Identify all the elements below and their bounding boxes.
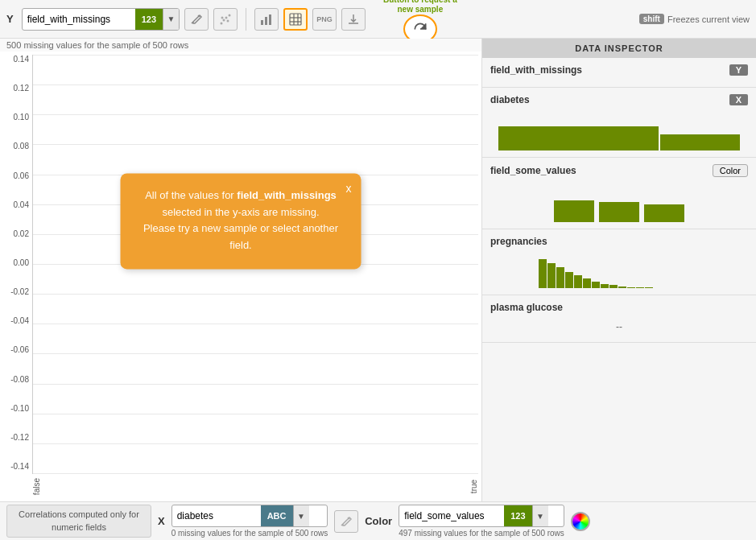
inspector-field-pregnancies: pregnancies [482,229,756,295]
y-axis-label: Y [6,13,14,25]
x-tag: X [729,94,748,105]
color-field-section: 123 ▼ 497 missing values for the sample … [399,505,564,538]
svg-rect-8 [269,14,271,25]
inspector-field-diabetes: diabetes X [482,88,756,158]
color-field-input[interactable] [399,509,504,523]
chart-area: 500 missing values for the sample of 500… [0,39,482,501]
svg-point-5 [227,19,229,22]
warning-close-button[interactable]: x [346,179,352,197]
main-container: Y 123 ▼ [0,0,756,540]
plasma-glucose-value: -- [490,318,748,336]
y-tick-5: 0.04 [14,200,29,209]
freeze-label: shift Freezes current view [639,14,750,24]
y-tick-8: -0.02 [10,287,29,296]
color-button[interactable]: Color [713,164,748,177]
y-tick-4: 0.06 [14,171,29,180]
y-field-badge: 123 [135,9,163,30]
svg-rect-9 [290,14,301,25]
x-field-section: ABC ▼ 0 missing values for the sample of… [171,505,328,538]
svg-point-1 [223,19,225,21]
y-field-input[interactable] [23,12,135,27]
warning-suffix: selected in the y-axis are missing. [162,206,319,218]
x-field-badge: ABC [261,505,293,526]
scatter-button[interactable] [213,8,238,31]
y-tick-11: -0.08 [10,375,29,384]
field-name-pregnancies: pregnancies [490,236,547,247]
edit-button[interactable] [184,8,209,31]
svg-point-3 [229,14,231,16]
right-panel: DATA INSPECTOR field_with_missings Y dia… [482,39,756,501]
sample-btn-label-line2: new sample [398,5,444,14]
y-tick-13: -0.12 [10,433,29,442]
x-field-input[interactable] [172,509,261,523]
top-toolbar: Y 123 ▼ [0,0,756,39]
color-axis-label: Color [365,515,392,527]
inspector-header: DATA INSPECTOR [482,39,756,58]
y-tick-10: -0.06 [10,345,29,354]
download-button[interactable] [341,8,366,31]
warning-line2: Please try a new sample or select anothe… [143,223,338,252]
bottom-toolbar: Correlations computed only for numeric f… [0,501,756,540]
freeze-text: Freezes current view [667,14,750,24]
content-area: 500 missing values for the sample of 500… [0,39,756,501]
y-tag: Y [729,64,748,76]
x-field-dropdown[interactable]: ▼ [293,505,309,526]
color-field-badge: 123 [504,505,531,526]
sample-button-container: Button to request a new sample [383,0,457,43]
shift-badge: shift [639,14,664,24]
warning-popup: x All of the values for field_with_missi… [121,173,361,269]
x-missing-text: 0 missing values for the sample of 500 r… [171,529,328,538]
y-tick-14: -0.14 [10,462,29,471]
y-tick-9: -0.04 [10,316,29,325]
color-missing-text: 497 missing values for the sample of 500… [399,529,564,538]
some-values-mini-chart [490,182,748,222]
inspector-field-some-values: field_some_values Color [482,158,756,229]
x-axis: false true [32,478,478,495]
x-tick-false: false [32,478,41,495]
y-field-dropdown[interactable]: ▼ [163,9,179,30]
x-edit-button[interactable] [334,510,358,533]
inspector-field-field-with-missings: field_with_missings Y [482,58,756,88]
color-wheel-button[interactable] [571,512,590,531]
toolbar-divider [246,8,246,31]
y-tick-7: 0.00 [14,258,29,267]
warning-bold-field: field_with_missings [237,189,337,201]
x-axis-label: X [158,515,165,527]
field-name-some-values: field_some_values [490,165,576,176]
y-tick-12: -0.10 [10,404,29,413]
y-tick-3: 0.08 [14,142,29,150]
chart-plot: 0.14 0.12 0.10 0.08 0.06 0.04 0.02 0.00 … [0,52,481,498]
y-axis: 0.14 0.12 0.10 0.08 0.06 0.04 0.02 0.00 … [0,52,32,474]
svg-point-0 [221,22,223,24]
x-field-selector[interactable]: ABC ▼ [171,505,328,527]
inspector-body[interactable]: field_with_missings Y diabetes X [482,58,756,501]
y-tick-6: 0.02 [14,229,29,238]
field-name-diabetes: diabetes [490,94,530,105]
chart-header: 500 missing values for the sample of 500… [0,39,481,52]
y-tick-1: 0.12 [14,84,29,93]
inspector-field-plasma-glucose: plasma glucose -- [482,295,756,343]
svg-point-4 [221,16,224,19]
color-field-selector[interactable]: 123 ▼ [399,505,564,527]
png-button[interactable]: PNG [312,8,337,31]
y-field-selector[interactable]: 123 ▼ [22,8,180,31]
bar-chart-button[interactable] [254,8,279,31]
correlations-box: Correlations computed only for numeric f… [6,505,151,538]
field-name-plasma-glucose: plasma glucose [490,302,563,313]
field-name-field-with-missings: field_with_missings [490,64,582,76]
x-tick-true: true [469,478,478,495]
svg-point-2 [225,16,228,19]
pregnancies-mini-chart [490,252,748,288]
y-tick-0: 0.14 [14,55,29,64]
svg-rect-6 [261,20,263,25]
grid-button[interactable] [283,8,308,31]
y-tick-2: 0.10 [14,113,29,122]
svg-rect-7 [265,17,267,25]
warning-prefix: All of the values for [145,189,237,201]
diabetes-mini-chart [490,110,748,150]
color-field-dropdown[interactable]: ▼ [532,505,548,526]
